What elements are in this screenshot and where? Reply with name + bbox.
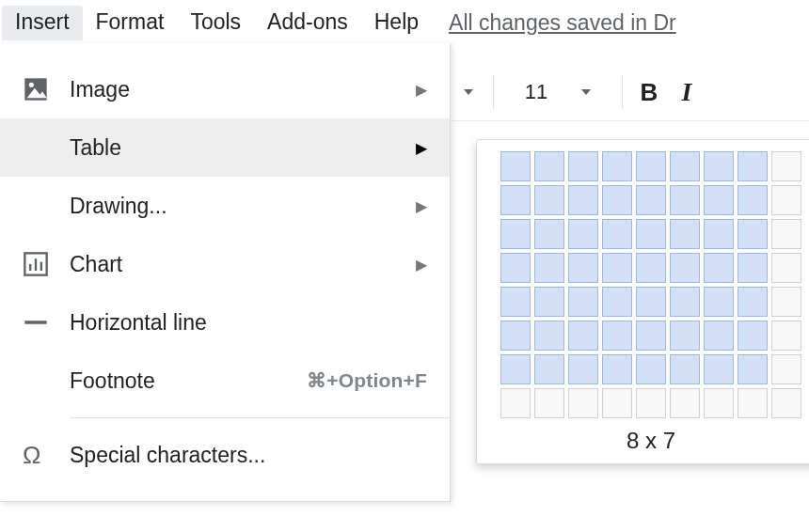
table-size-cell[interactable] (771, 388, 801, 418)
menubar-label: Format (96, 9, 165, 34)
table-size-cell[interactable] (534, 185, 564, 215)
table-size-cell[interactable] (704, 151, 734, 181)
table-size-cell[interactable] (636, 354, 666, 384)
table-size-cell[interactable] (602, 321, 632, 351)
table-size-cell[interactable] (670, 151, 700, 181)
table-size-cell[interactable] (568, 321, 598, 351)
table-size-cell[interactable] (704, 287, 734, 317)
table-size-cell[interactable] (534, 287, 564, 317)
table-size-cell[interactable] (602, 219, 632, 249)
table-size-cell[interactable] (738, 321, 768, 351)
table-size-grid[interactable] (488, 151, 809, 418)
table-size-cell[interactable] (534, 388, 564, 418)
table-size-cell[interactable] (602, 151, 632, 181)
table-size-cell[interactable] (534, 253, 564, 283)
table-size-cell[interactable] (670, 253, 700, 283)
table-size-cell[interactable] (602, 253, 632, 283)
table-size-cell[interactable] (704, 321, 734, 351)
table-size-cell[interactable] (602, 354, 632, 384)
table-size-cell[interactable] (568, 253, 598, 283)
menu-item-horizontal-line[interactable]: Horizontal line (0, 293, 450, 352)
toolbar-separator (493, 75, 494, 109)
menu-item-special-characters[interactable]: Ω Special characters... (0, 426, 450, 484)
table-size-cell[interactable] (534, 354, 564, 384)
table-size-cell[interactable] (738, 253, 768, 283)
table-size-cell[interactable] (738, 388, 768, 418)
table-size-cell[interactable] (500, 287, 531, 317)
menubar-item-addons[interactable]: Add-ons (254, 6, 361, 40)
table-size-cell[interactable] (670, 287, 700, 317)
table-size-cell[interactable] (500, 219, 531, 249)
menu-item-chart[interactable]: Chart ▶ (0, 235, 450, 293)
table-size-cell[interactable] (670, 219, 700, 249)
table-size-cell[interactable] (771, 219, 801, 249)
table-size-cell[interactable] (738, 219, 768, 249)
table-size-cell[interactable] (636, 287, 666, 317)
italic-button[interactable]: I (668, 77, 706, 107)
table-size-cell[interactable] (500, 388, 531, 418)
table-size-cell[interactable] (568, 354, 598, 384)
table-size-cell[interactable] (534, 151, 564, 181)
insert-menu: Image ▶ Table ▶ Drawing... ▶ Chart ▶ Hor… (0, 43, 451, 502)
font-family-dropdown[interactable] (452, 89, 485, 95)
table-size-cell[interactable] (704, 354, 734, 384)
table-size-cell[interactable] (534, 321, 564, 351)
table-size-cell[interactable] (500, 185, 531, 215)
table-size-cell[interactable] (602, 388, 632, 418)
table-size-cell[interactable] (738, 185, 768, 215)
menubar-item-insert[interactable]: Insert (2, 6, 83, 40)
table-size-cell[interactable] (704, 185, 734, 215)
toolbar: 11 B I (452, 64, 809, 121)
table-size-cell[interactable] (771, 354, 801, 384)
table-size-cell[interactable] (771, 151, 801, 181)
bold-button[interactable]: B (630, 78, 668, 107)
table-size-cell[interactable] (771, 321, 801, 351)
table-size-cell[interactable] (500, 151, 531, 181)
menu-item-image[interactable]: Image ▶ (0, 60, 450, 118)
table-size-cell[interactable] (636, 253, 666, 283)
table-size-cell[interactable] (568, 388, 598, 418)
menubar-item-help[interactable]: Help (361, 6, 432, 40)
table-size-cell[interactable] (636, 219, 666, 249)
table-size-cell[interactable] (670, 321, 700, 351)
font-size-selector[interactable]: 11 (501, 80, 614, 104)
table-size-cell[interactable] (670, 354, 700, 384)
menu-label: Chart (70, 252, 408, 277)
table-size-cell[interactable] (602, 287, 632, 317)
table-size-cell[interactable] (704, 253, 734, 283)
table-size-cell[interactable] (771, 287, 801, 317)
table-size-cell[interactable] (636, 185, 666, 215)
menu-label: Footnote (70, 368, 307, 394)
table-size-cell[interactable] (602, 185, 632, 215)
table-size-cell[interactable] (670, 388, 700, 418)
table-size-cell[interactable] (771, 253, 801, 283)
table-size-cell[interactable] (636, 388, 666, 418)
menubar-item-tools[interactable]: Tools (177, 6, 254, 40)
menu-item-drawing[interactable]: Drawing... ▶ (0, 177, 450, 235)
table-size-cell[interactable] (670, 185, 700, 215)
table-size-cell[interactable] (568, 287, 598, 317)
menu-item-table[interactable]: Table ▶ (0, 118, 450, 177)
table-size-cell[interactable] (704, 219, 734, 249)
chevron-down-icon (464, 89, 473, 95)
menubar-item-format[interactable]: Format (83, 6, 178, 40)
table-size-cell[interactable] (738, 287, 768, 317)
table-size-cell[interactable] (500, 253, 531, 283)
table-size-cell[interactable] (738, 354, 768, 384)
table-size-cell[interactable] (568, 185, 598, 215)
table-size-cell[interactable] (704, 388, 734, 418)
table-size-cell[interactable] (500, 354, 531, 384)
save-status[interactable]: All changes saved in Dr (449, 10, 676, 36)
menu-item-footnote[interactable]: Footnote ⌘+Option+F (0, 352, 450, 410)
chevron-down-icon (581, 89, 591, 95)
table-size-cell[interactable] (771, 185, 801, 215)
table-size-cell[interactable] (636, 151, 666, 181)
toolbar-separator (622, 75, 623, 109)
table-size-cell[interactable] (568, 219, 598, 249)
submenu-arrow-icon: ▶ (408, 197, 427, 215)
table-size-cell[interactable] (534, 219, 564, 249)
table-size-cell[interactable] (568, 151, 598, 181)
table-size-cell[interactable] (636, 321, 666, 351)
table-size-cell[interactable] (738, 151, 768, 181)
table-size-cell[interactable] (500, 321, 531, 351)
